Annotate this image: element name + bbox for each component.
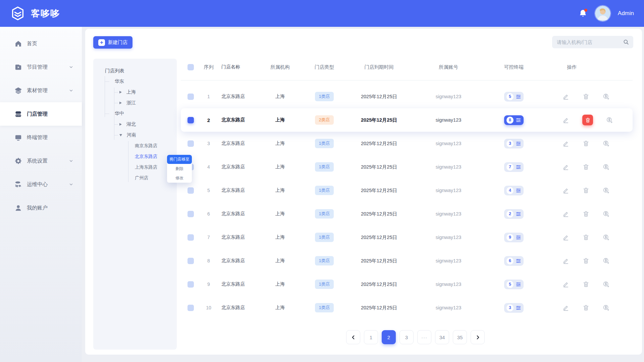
recharge-button[interactable] <box>602 210 610 218</box>
pagination: 123···3435 <box>346 330 485 344</box>
expand-arrow-icon[interactable] <box>119 123 122 126</box>
context-menu-item[interactable]: 修改 <box>167 173 192 183</box>
avatar[interactable] <box>594 5 611 22</box>
tree-node-province[interactable]: 湖北 <box>93 119 177 130</box>
edit-button[interactable] <box>562 187 570 194</box>
select-all-checkbox[interactable] <box>187 64 194 70</box>
edit-button[interactable] <box>562 140 570 147</box>
pencil-icon <box>562 281 569 288</box>
page-button[interactable]: 35 <box>453 330 467 344</box>
new-store-button[interactable]: + 新建门店 <box>93 36 132 49</box>
delete-button[interactable] <box>582 140 590 147</box>
recharge-button[interactable] <box>606 116 613 124</box>
row-checkbox[interactable] <box>187 234 194 241</box>
sidebar-item-programs[interactable]: 节目管理 <box>0 55 82 79</box>
terminal-count-badge[interactable]: 6 <box>504 256 524 266</box>
tree-node-province[interactable]: 上海 <box>93 87 177 98</box>
row-checkbox[interactable] <box>187 187 194 194</box>
search-input[interactable] <box>556 39 623 45</box>
terminal-count-badge[interactable]: 5 <box>504 280 524 289</box>
delete-button[interactable] <box>582 93 590 100</box>
tree-node-province[interactable]: 浙江 <box>93 98 177 108</box>
recharge-button[interactable] <box>602 281 610 288</box>
sidebar-item-home[interactable]: 首页 <box>0 32 82 55</box>
edit-button[interactable] <box>562 210 570 218</box>
terminal-count-badge[interactable]: 3 <box>504 303 524 313</box>
expand-arrow-icon[interactable] <box>119 134 122 136</box>
terminal-count-badge[interactable]: 2 <box>504 209 524 219</box>
recharge-button[interactable] <box>602 257 610 264</box>
user-name[interactable]: Admin <box>618 10 634 17</box>
tree-node-label: 华中 <box>115 111 124 117</box>
recharge-button[interactable] <box>602 234 610 241</box>
delete-button[interactable] <box>582 281 590 288</box>
row-checkbox[interactable] <box>187 94 194 100</box>
sidebar-item-stores[interactable]: 门店管理 <box>0 102 82 126</box>
delete-button[interactable] <box>582 304 590 311</box>
tree-node-store[interactable]: 广州店 <box>93 173 177 183</box>
recharge-button[interactable] <box>602 93 610 100</box>
delete-button[interactable] <box>582 187 590 194</box>
sidebar-item-account[interactable]: 我的账户 <box>0 196 82 220</box>
recharge-button[interactable] <box>602 140 610 147</box>
row-checkbox[interactable] <box>187 258 194 264</box>
edit-button[interactable] <box>562 234 570 241</box>
next-page-button[interactable] <box>471 330 485 344</box>
row-checkbox[interactable] <box>187 211 194 217</box>
expand-arrow-icon[interactable] <box>119 91 122 94</box>
terminal-count-badge[interactable]: 5 <box>504 92 524 102</box>
edit-button[interactable] <box>562 93 570 100</box>
page-button[interactable]: 2 <box>382 330 396 344</box>
terminal-count-badge[interactable]: 9 <box>504 233 524 242</box>
notification-dot <box>584 9 587 12</box>
tree-node-region[interactable]: 华东 <box>93 76 177 87</box>
row-checkbox[interactable] <box>187 281 194 288</box>
terminal-count-badge[interactable]: 3 <box>504 139 524 148</box>
tree-node-province[interactable]: 河南 <box>93 130 177 140</box>
table-row: 7北京东路店上海1类店2025年12月25日signway1239 <box>181 226 633 249</box>
page-button[interactable]: 1 <box>364 330 378 344</box>
prev-page-button[interactable] <box>346 330 360 344</box>
page-button[interactable]: 3 <box>399 330 414 344</box>
expand-arrow-icon[interactable] <box>119 102 122 104</box>
page-button[interactable]: 34 <box>435 330 449 344</box>
row-checkbox[interactable] <box>187 117 194 123</box>
sidebar-item-label: 素材管理 <box>27 87 48 94</box>
delete-button[interactable] <box>582 210 590 218</box>
tree-node-region[interactable]: 华中 <box>93 108 177 119</box>
tree-node-store[interactable]: 上海东路店 <box>93 162 177 173</box>
delete-button[interactable] <box>582 234 590 241</box>
tree-node-store[interactable]: 北京东路店 <box>93 151 177 162</box>
edit-button[interactable] <box>562 257 570 264</box>
context-menu-item[interactable]: 将门店移至 <box>167 155 192 164</box>
notifications-button[interactable] <box>578 9 588 18</box>
edit-button[interactable] <box>562 304 570 311</box>
terminal-count-badge[interactable]: 7 <box>504 162 524 172</box>
edit-button[interactable] <box>562 163 570 171</box>
context-menu-item[interactable]: 删除 <box>167 164 192 173</box>
edit-button[interactable] <box>562 116 570 124</box>
cell-org: 上海 <box>262 187 299 193</box>
recharge-button[interactable] <box>602 163 610 171</box>
search-icon[interactable] <box>623 39 629 45</box>
row-checkbox[interactable] <box>187 140 194 147</box>
delete-button[interactable] <box>582 163 590 171</box>
recharge-button[interactable] <box>602 304 610 311</box>
tree-node-store[interactable]: 南京东路店 <box>93 140 177 151</box>
edit-button[interactable] <box>562 281 570 288</box>
tree-root-node[interactable]: 门店列表 <box>93 65 177 76</box>
sidebar-item-materials[interactable]: 素材管理 <box>0 79 82 102</box>
recharge-button[interactable] <box>602 187 610 194</box>
terminal-count-badge[interactable]: 4 <box>504 186 524 195</box>
sidebar-item-terminals[interactable]: 终端管理 <box>0 126 82 149</box>
sidebar-item-ops[interactable]: 运维中心 <box>0 173 82 196</box>
sliders-icon <box>516 305 521 311</box>
row-checkbox[interactable] <box>187 305 194 311</box>
terminal-count-badge[interactable]: 8 <box>504 115 524 125</box>
col-header-seq: 序列 <box>201 64 217 70</box>
dollar-plus-icon <box>603 234 609 241</box>
sidebar-item-settings[interactable]: 系统设置 <box>0 149 82 173</box>
delete-button[interactable] <box>582 115 593 125</box>
col-header-ops: 操作 <box>539 64 633 70</box>
delete-button[interactable] <box>582 257 590 264</box>
